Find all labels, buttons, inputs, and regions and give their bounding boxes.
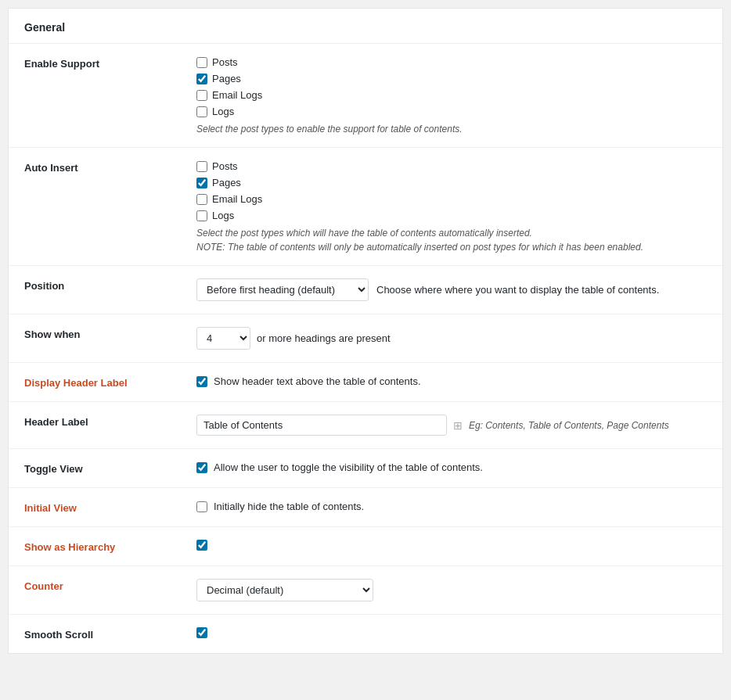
show-as-hierarchy-content xyxy=(181,527,722,566)
auto-insert-content: Posts Pages Email Logs Logs Sel xyxy=(181,148,722,266)
enable-support-row: Enable Support Posts Pages Email Logs xyxy=(9,44,722,148)
counter-row: Counter Decimal (default) None Numeric R… xyxy=(9,566,722,615)
show-as-hierarchy-label: Show as Hierarchy xyxy=(9,527,181,566)
enable-support-posts-label[interactable]: Posts xyxy=(212,56,238,68)
enable-support-posts-checkbox[interactable] xyxy=(196,57,207,68)
enable-support-logs-item: Logs xyxy=(196,106,707,117)
show-as-hierarchy-checkbox[interactable] xyxy=(196,540,207,551)
display-header-label-row: Display Header Label Show header text ab… xyxy=(9,363,722,402)
enable-support-checkboxes: Posts Pages Email Logs Logs xyxy=(196,56,707,117)
toggle-view-wrapper: Allow the user to toggle the visibility … xyxy=(196,461,707,473)
initial-view-wrapper: Initially hide the table of contents. xyxy=(196,501,707,512)
header-label-input[interactable] xyxy=(196,415,447,436)
reset-icon[interactable]: ⊞ xyxy=(453,419,463,432)
display-header-label-content: Show header text above the table of cont… xyxy=(181,363,722,402)
enable-support-content: Posts Pages Email Logs Logs Sel xyxy=(181,44,722,148)
auto-insert-pages-label[interactable]: Pages xyxy=(212,177,241,188)
auto-insert-checkboxes: Posts Pages Email Logs Logs xyxy=(196,160,707,221)
enable-support-emaillogs-checkbox[interactable] xyxy=(196,90,207,101)
toggle-view-label: Toggle View xyxy=(9,449,181,488)
display-header-label-checkbox[interactable] xyxy=(196,376,207,387)
show-when-content: 1 2 3 4 5 6 7 8 9 10 or more headings ar… xyxy=(181,314,722,363)
smooth-scroll-wrapper xyxy=(196,627,707,638)
enable-support-label: Enable Support xyxy=(9,44,181,148)
auto-insert-note: NOTE: The table of contents will only be… xyxy=(196,242,707,253)
counter-label: Counter xyxy=(9,566,181,615)
toggle-view-content: Allow the user to toggle the visibility … xyxy=(181,449,722,488)
section-title: General xyxy=(9,9,722,44)
show-when-select[interactable]: 1 2 3 4 5 6 7 8 9 10 xyxy=(196,327,250,350)
auto-insert-pages-item: Pages xyxy=(196,177,707,188)
initial-view-text[interactable]: Initially hide the table of contents. xyxy=(214,501,364,512)
enable-support-logs-checkbox[interactable] xyxy=(196,106,207,117)
show-when-label: Show when xyxy=(9,314,181,363)
toggle-view-row: Toggle View Allow the user to toggle the… xyxy=(9,449,722,488)
position-content: Before first heading (default) After fir… xyxy=(181,266,722,314)
position-label: Position xyxy=(9,266,181,314)
position-help: Choose where where you want to display t… xyxy=(376,284,659,296)
auto-insert-emaillogs-item: Email Logs xyxy=(196,193,707,205)
show-when-row: Show when 1 2 3 4 5 6 7 8 9 10 o xyxy=(9,314,722,363)
position-row: Position Before first heading (default) … xyxy=(9,266,722,314)
auto-insert-posts-checkbox[interactable] xyxy=(196,161,207,172)
show-as-hierarchy-wrapper xyxy=(196,540,707,551)
header-label-row: Header Label ⊞ Eg: Contents, Table of Co… xyxy=(9,402,722,449)
auto-insert-pages-checkbox[interactable] xyxy=(196,178,207,188)
display-header-label-label: Display Header Label xyxy=(9,363,181,402)
enable-support-pages-checkbox[interactable] xyxy=(196,74,207,84)
initial-view-checkbox[interactable] xyxy=(196,501,207,512)
smooth-scroll-content xyxy=(181,615,722,654)
settings-table: Enable Support Posts Pages Email Logs xyxy=(9,44,722,653)
settings-container: General Enable Support Posts Pages xyxy=(8,8,723,654)
toggle-view-checkbox[interactable] xyxy=(196,462,207,473)
show-when-suffix: or more headings are present xyxy=(257,332,391,344)
auto-insert-posts-label[interactable]: Posts xyxy=(212,160,238,172)
counter-content: Decimal (default) None Numeric Roman num… xyxy=(181,566,722,615)
display-header-label-text[interactable]: Show header text above the table of cont… xyxy=(214,375,421,387)
initial-view-content: Initially hide the table of contents. xyxy=(181,488,722,527)
initial-view-row: Initial View Initially hide the table of… xyxy=(9,488,722,527)
position-wrapper: Before first heading (default) After fir… xyxy=(196,278,659,301)
smooth-scroll-row: Smooth Scroll xyxy=(9,615,722,654)
auto-insert-label: Auto Insert xyxy=(9,148,181,266)
header-label-label: Header Label xyxy=(9,402,181,449)
auto-insert-emaillogs-checkbox[interactable] xyxy=(196,194,207,205)
auto-insert-emaillogs-label[interactable]: Email Logs xyxy=(212,193,262,205)
enable-support-emaillogs-label[interactable]: Email Logs xyxy=(212,89,262,101)
auto-insert-logs-item: Logs xyxy=(196,210,707,221)
display-header-label-wrapper: Show header text above the table of cont… xyxy=(196,375,707,387)
header-label-eg: Eg: Contents, Table of Contents, Page Co… xyxy=(469,420,669,431)
counter-select[interactable]: Decimal (default) None Numeric Roman num… xyxy=(196,579,373,601)
show-when-wrapper: 1 2 3 4 5 6 7 8 9 10 or more headings ar… xyxy=(196,327,707,350)
auto-insert-row: Auto Insert Posts Pages Email Logs xyxy=(9,148,722,266)
smooth-scroll-checkbox[interactable] xyxy=(196,627,207,638)
show-as-hierarchy-row: Show as Hierarchy xyxy=(9,527,722,566)
toggle-view-text[interactable]: Allow the user to toggle the visibility … xyxy=(214,461,483,473)
enable-support-posts-item: Posts xyxy=(196,56,707,68)
enable-support-emaillogs-item: Email Logs xyxy=(196,89,707,101)
enable-support-logs-label[interactable]: Logs xyxy=(212,106,234,117)
position-select[interactable]: Before first heading (default) After fir… xyxy=(196,278,369,301)
smooth-scroll-label: Smooth Scroll xyxy=(9,615,181,654)
enable-support-pages-item: Pages xyxy=(196,73,707,84)
enable-support-pages-label[interactable]: Pages xyxy=(212,73,241,84)
auto-insert-logs-label[interactable]: Logs xyxy=(212,210,234,221)
header-label-wrapper: ⊞ Eg: Contents, Table of Contents, Page … xyxy=(196,415,707,436)
auto-insert-posts-item: Posts xyxy=(196,160,707,172)
initial-view-label: Initial View xyxy=(9,488,181,527)
header-label-content: ⊞ Eg: Contents, Table of Contents, Page … xyxy=(181,402,722,449)
enable-support-help: Select the post types to enable the supp… xyxy=(196,124,707,135)
auto-insert-logs-checkbox[interactable] xyxy=(196,210,207,221)
auto-insert-help: Select the post types which will have th… xyxy=(196,228,707,239)
